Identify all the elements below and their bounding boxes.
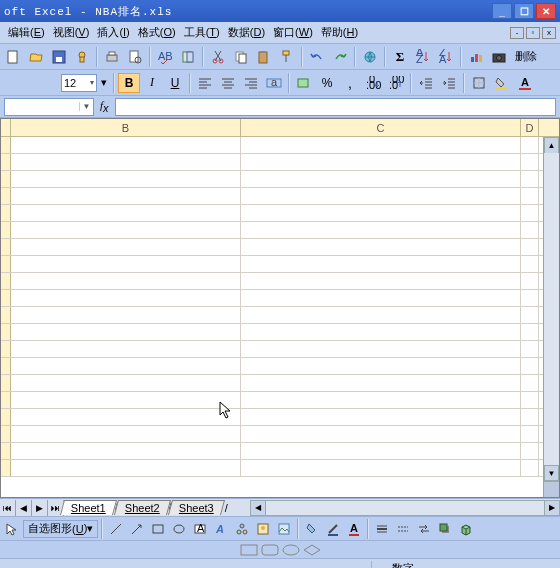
- cell[interactable]: [521, 307, 539, 323]
- cell[interactable]: [521, 375, 539, 391]
- shape-diamond-icon[interactable]: [302, 540, 322, 560]
- merge-center-icon[interactable]: a: [263, 73, 285, 93]
- increase-indent-icon[interactable]: [438, 73, 460, 93]
- arrow-icon[interactable]: [127, 519, 147, 539]
- cell[interactable]: [11, 171, 241, 187]
- shadow-icon[interactable]: [435, 519, 455, 539]
- wb-minimize-icon[interactable]: -: [510, 27, 524, 39]
- cell[interactable]: [521, 222, 539, 238]
- cell[interactable]: [521, 409, 539, 425]
- diagram-icon[interactable]: [232, 519, 252, 539]
- line-color-icon[interactable]: [323, 519, 343, 539]
- cell[interactable]: [521, 426, 539, 442]
- cell[interactable]: [521, 171, 539, 187]
- cell-grid[interactable]: [1, 137, 559, 497]
- format-painter-icon[interactable]: [276, 46, 298, 68]
- cell[interactable]: [241, 205, 521, 221]
- shape-oval-icon[interactable]: [281, 540, 301, 560]
- tab-first-icon[interactable]: ⏮: [0, 500, 16, 516]
- scroll-right-icon[interactable]: ▶: [544, 500, 560, 516]
- decrease-indent-icon[interactable]: [415, 73, 437, 93]
- percent-icon[interactable]: %: [316, 73, 338, 93]
- underline-button[interactable]: U: [164, 73, 186, 93]
- scroll-left-icon[interactable]: ◀: [250, 500, 266, 516]
- shape-roundrect-icon[interactable]: [260, 540, 280, 560]
- paste-icon[interactable]: [253, 46, 275, 68]
- cell[interactable]: [11, 239, 241, 255]
- redo-icon[interactable]: [329, 46, 351, 68]
- align-right-icon[interactable]: [240, 73, 262, 93]
- menu-i[interactable]: 插入(I): [93, 24, 133, 40]
- cell[interactable]: [521, 460, 539, 476]
- research-icon[interactable]: [177, 46, 199, 68]
- name-box[interactable]: ▼: [4, 98, 94, 116]
- cell[interactable]: [241, 426, 521, 442]
- col-header-D[interactable]: D: [521, 119, 539, 136]
- font-size-input[interactable]: 12▾: [61, 74, 97, 92]
- textbox-icon[interactable]: A: [190, 519, 210, 539]
- undo-icon[interactable]: [306, 46, 328, 68]
- maximize-button[interactable]: ☐: [514, 3, 534, 19]
- cell[interactable]: [521, 273, 539, 289]
- cell[interactable]: [521, 154, 539, 170]
- cell[interactable]: [11, 460, 241, 476]
- menu-t[interactable]: 工具(T): [180, 24, 224, 40]
- cell[interactable]: [11, 392, 241, 408]
- font-color-draw-icon[interactable]: A: [344, 519, 364, 539]
- font-dropdown-icon[interactable]: ▾: [98, 72, 110, 94]
- currency-icon[interactable]: [293, 73, 315, 93]
- copy-icon[interactable]: [230, 46, 252, 68]
- vsplit-handle[interactable]: [544, 481, 559, 497]
- wordart-icon[interactable]: A: [211, 519, 231, 539]
- cell[interactable]: [241, 375, 521, 391]
- oval-icon[interactable]: [169, 519, 189, 539]
- tab-next-icon[interactable]: ▶: [32, 500, 48, 516]
- cell[interactable]: [241, 222, 521, 238]
- cell[interactable]: [11, 443, 241, 459]
- select-all-corner[interactable]: [1, 119, 11, 136]
- insert-picture-icon[interactable]: [274, 519, 294, 539]
- sheet-tab-sheet2[interactable]: Sheet2: [114, 500, 171, 515]
- cell[interactable]: [11, 137, 241, 153]
- cell[interactable]: [241, 307, 521, 323]
- shape-rect-icon[interactable]: [239, 540, 259, 560]
- cell[interactable]: [241, 171, 521, 187]
- cut-icon[interactable]: [207, 46, 229, 68]
- sort-desc-icon[interactable]: ZA: [435, 46, 457, 68]
- cell[interactable]: [11, 290, 241, 306]
- print-icon[interactable]: [101, 46, 123, 68]
- cell[interactable]: [521, 290, 539, 306]
- cell[interactable]: [521, 256, 539, 272]
- camera-icon[interactable]: [488, 46, 510, 68]
- comma-icon[interactable]: ,: [339, 73, 361, 93]
- align-center-icon[interactable]: [217, 73, 239, 93]
- italic-button[interactable]: I: [141, 73, 163, 93]
- clipart-icon[interactable]: [253, 519, 273, 539]
- cell[interactable]: [11, 307, 241, 323]
- cell[interactable]: [241, 460, 521, 476]
- autoshapes-button[interactable]: 自选图形(U)▾: [23, 520, 98, 538]
- cell[interactable]: [521, 392, 539, 408]
- cell[interactable]: [11, 188, 241, 204]
- cell[interactable]: [521, 443, 539, 459]
- fill-color-icon[interactable]: [491, 73, 513, 93]
- cell[interactable]: [11, 154, 241, 170]
- horizontal-scrollbar[interactable]: ◀ ▶: [250, 500, 560, 516]
- menu-e[interactable]: 编辑(E): [4, 24, 49, 40]
- open-icon[interactable]: [25, 46, 47, 68]
- cell[interactable]: [521, 205, 539, 221]
- cell[interactable]: [11, 358, 241, 374]
- cell[interactable]: [241, 137, 521, 153]
- cell[interactable]: [11, 205, 241, 221]
- cell[interactable]: [11, 341, 241, 357]
- cell[interactable]: [241, 358, 521, 374]
- increase-decimal-icon[interactable]: .0.00: [362, 73, 384, 93]
- cell[interactable]: [241, 392, 521, 408]
- hyperlink-icon[interactable]: [359, 46, 381, 68]
- save-icon[interactable]: [48, 46, 70, 68]
- cell[interactable]: [11, 426, 241, 442]
- menu-o[interactable]: 格式(O): [134, 24, 180, 40]
- menu-v[interactable]: 视图(V): [49, 24, 94, 40]
- arrow-style-icon[interactable]: [414, 519, 434, 539]
- scroll-up-icon[interactable]: ▲: [544, 137, 559, 153]
